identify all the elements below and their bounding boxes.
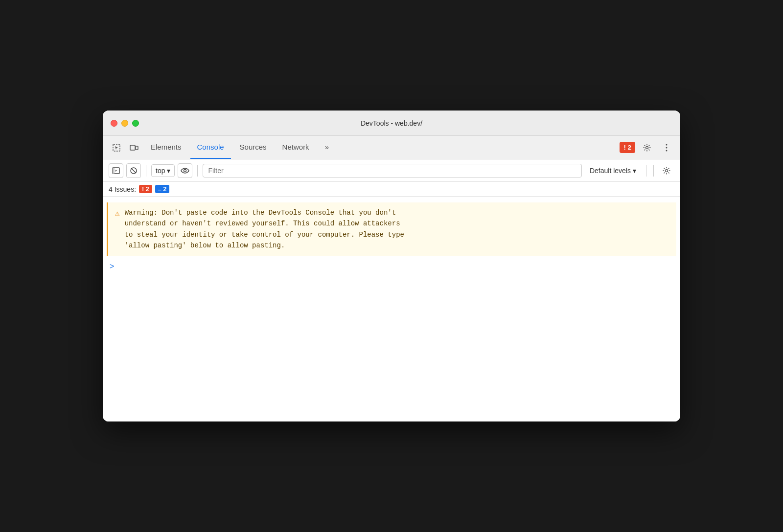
svg-point-12 bbox=[666, 169, 668, 172]
svg-point-6 bbox=[666, 150, 668, 151]
tabs-bar: Elements Console Sources Network » ! 2 bbox=[103, 136, 680, 159]
console-toolbar: top ▾ Default levels ▾ bbox=[103, 159, 680, 182]
console-settings-button[interactable] bbox=[659, 163, 674, 178]
issues-icon: ! bbox=[623, 144, 625, 151]
titlebar: DevTools - web.dev/ bbox=[103, 111, 680, 136]
svg-rect-1 bbox=[130, 145, 135, 150]
tabs-right: ! 2 bbox=[620, 140, 674, 155]
tab-sources[interactable]: Sources bbox=[233, 136, 274, 159]
tab-more[interactable]: » bbox=[318, 136, 336, 159]
tab-console[interactable]: Console bbox=[190, 136, 231, 159]
inspect-element-icon[interactable] bbox=[109, 140, 124, 155]
toolbar-separator-1 bbox=[146, 165, 146, 177]
svg-point-4 bbox=[666, 144, 668, 145]
minimize-button[interactable] bbox=[121, 120, 128, 127]
frame-selector[interactable]: top ▾ bbox=[151, 164, 175, 177]
toolbar-separator-4 bbox=[653, 165, 654, 177]
toolbar-separator-3 bbox=[646, 165, 646, 177]
console-content: ⚠ Warning: Don't paste code into the Dev… bbox=[103, 197, 680, 421]
prompt-arrow-icon: > bbox=[110, 262, 114, 271]
issues-bar: 4 Issues: ! 2 ≡ 2 bbox=[103, 182, 680, 197]
svg-rect-8 bbox=[113, 168, 115, 174]
sidebar-toggle-button[interactable] bbox=[109, 163, 123, 178]
warning-count-badge[interactable]: ! 2 bbox=[139, 185, 152, 193]
tab-elements[interactable]: Elements bbox=[144, 136, 188, 159]
svg-point-5 bbox=[666, 147, 668, 148]
info-count-badge[interactable]: ≡ 2 bbox=[155, 185, 170, 193]
warning-badge-icon: ! bbox=[142, 185, 144, 193]
maximize-button[interactable] bbox=[132, 120, 139, 127]
issues-badge[interactable]: ! 2 bbox=[620, 142, 635, 153]
issues-label: 4 Issues: bbox=[109, 185, 136, 193]
close-button[interactable] bbox=[111, 120, 117, 127]
more-menu-button[interactable] bbox=[659, 140, 674, 155]
levels-dropdown-icon: ▾ bbox=[633, 167, 636, 175]
filter-input[interactable] bbox=[203, 164, 581, 177]
svg-rect-2 bbox=[136, 146, 138, 150]
dropdown-arrow-icon: ▾ bbox=[167, 167, 170, 175]
warning-message: ⚠ Warning: Don't paste code into the Dev… bbox=[107, 202, 676, 256]
device-toolbar-icon[interactable] bbox=[126, 140, 142, 155]
tab-network[interactable]: Network bbox=[276, 136, 316, 159]
window-title: DevTools - web.dev/ bbox=[361, 119, 422, 127]
devtools-window: DevTools - web.dev/ Elements Console Sou… bbox=[103, 111, 680, 421]
svg-point-3 bbox=[646, 146, 648, 149]
svg-point-11 bbox=[184, 169, 186, 172]
warning-text: Warning: Don't paste code into the DevTo… bbox=[125, 207, 404, 251]
eye-icon[interactable] bbox=[178, 163, 192, 178]
toolbar-separator-2 bbox=[197, 165, 198, 177]
clear-console-button[interactable] bbox=[126, 163, 141, 178]
log-level-selector[interactable]: Default levels ▾ bbox=[585, 165, 641, 177]
console-prompt[interactable]: > bbox=[103, 258, 680, 275]
info-badge-icon: ≡ bbox=[158, 185, 162, 193]
settings-button[interactable] bbox=[639, 140, 655, 155]
warning-icon: ⚠ bbox=[115, 208, 120, 221]
svg-line-10 bbox=[131, 168, 136, 173]
traffic-lights bbox=[111, 120, 139, 127]
